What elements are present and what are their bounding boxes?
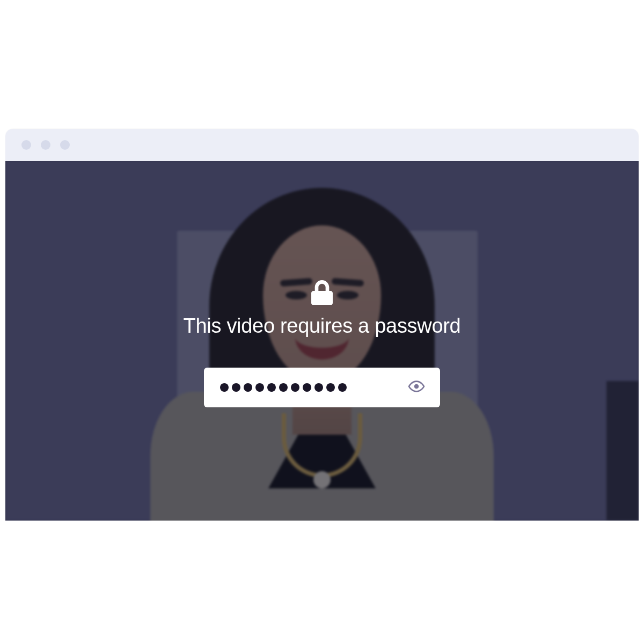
lock-icon xyxy=(311,280,333,305)
traffic-light-zoom[interactable] xyxy=(60,140,70,150)
password-field-container xyxy=(204,368,440,407)
password-gate: This video requires a password xyxy=(5,161,639,521)
eye-icon xyxy=(408,378,425,397)
browser-window: This video requires a password xyxy=(5,129,639,521)
password-input[interactable] xyxy=(220,383,399,392)
password-prompt-heading: This video requires a password xyxy=(184,314,461,338)
toggle-password-visibility-button[interactable] xyxy=(406,377,427,398)
traffic-light-minimize[interactable] xyxy=(41,140,50,150)
video-viewport: This video requires a password xyxy=(5,161,639,521)
window-titlebar xyxy=(5,129,639,161)
traffic-light-close[interactable] xyxy=(21,140,31,150)
svg-point-0 xyxy=(414,384,419,389)
